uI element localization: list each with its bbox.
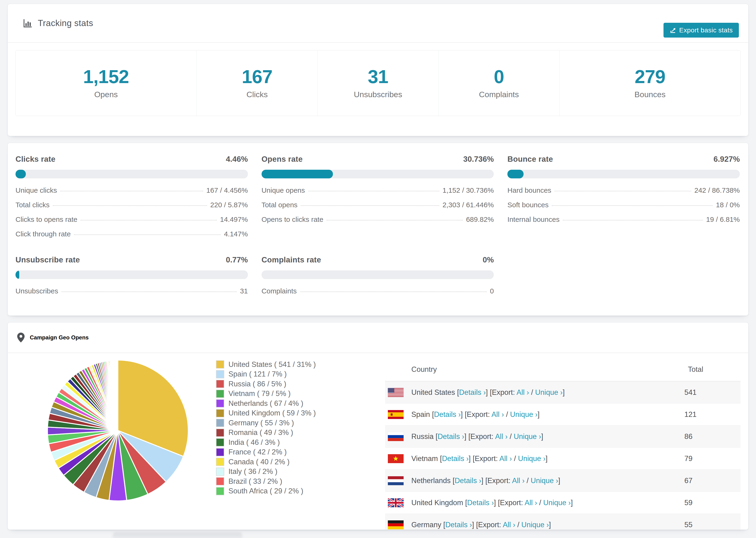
- rate-title: Clicks rate: [16, 155, 55, 164]
- legend-label: Netherlands ( 67 / 4% ): [229, 399, 303, 408]
- dotted-leader: [62, 292, 237, 292]
- stat-label: Opens: [94, 90, 118, 99]
- legend-swatch: [216, 390, 224, 398]
- legend-label: Italy ( 36 / 2% ): [229, 467, 277, 476]
- export-unique-link[interactable]: Unique ›: [543, 499, 571, 507]
- legend-item-india[interactable]: India ( 46 / 3% ): [216, 438, 316, 447]
- detail-label: Unique opens: [261, 187, 305, 194]
- rate-block-opens-rate: Opens rate30.736%Unique opens1,152 / 30.…: [261, 155, 494, 241]
- tracking-stats-title: Tracking stats: [38, 18, 93, 28]
- legend-swatch: [216, 370, 224, 378]
- legend-label: Spain ( 121 / 7% ): [229, 370, 287, 378]
- geo-body: United States ( 541 / 31% )Spain ( 121 /…: [8, 353, 748, 529]
- export-all-link[interactable]: All ›: [524, 499, 537, 507]
- stat-label: Unsubscribes: [354, 90, 402, 99]
- export-all-link[interactable]: All ›: [495, 432, 508, 441]
- details-link[interactable]: Details ›: [445, 521, 472, 529]
- total-cell: 55: [684, 521, 731, 529]
- stat-clicks: 167Clicks: [197, 50, 318, 116]
- rate-title: Bounce rate: [507, 155, 553, 164]
- legend-item-spain[interactable]: Spain ( 121 / 7% ): [216, 369, 316, 379]
- details-link[interactable]: Details ›: [442, 455, 469, 463]
- legend-item-south-africa[interactable]: South Africa ( 29 / 2% ): [216, 486, 316, 496]
- legend-item-canada[interactable]: Canada ( 40 / 2% ): [216, 457, 316, 467]
- dotted-leader: [308, 191, 439, 191]
- legend-item-russia[interactable]: Russia ( 86 / 5% ): [216, 379, 316, 389]
- total-cell: 79: [684, 455, 731, 463]
- rate-progress-bar: [261, 270, 494, 279]
- geo-table-row-united-kingdom: United Kingdom [Details ›] [Export: All …: [385, 492, 740, 514]
- detail-value: 0: [490, 287, 494, 295]
- rate-detail-row: Internal bounces19 / 6.81%: [507, 212, 740, 227]
- stat-value: 0: [494, 67, 504, 86]
- legend-item-united-kingdom[interactable]: United Kingdom ( 59 / 3% ): [216, 408, 316, 418]
- legend-item-vietnam[interactable]: Vietnam ( 79 / 5% ): [216, 389, 316, 399]
- details-link[interactable]: Details ›: [455, 476, 481, 485]
- details-link[interactable]: Details ›: [434, 410, 461, 418]
- legend-item-netherlands[interactable]: Netherlands ( 67 / 4% ): [216, 399, 316, 408]
- export-unique-link[interactable]: Unique ›: [521, 521, 549, 529]
- tracking-stats-card: Tracking stats Export basic stats 1,152O…: [8, 4, 748, 136]
- export-unique-link[interactable]: Unique ›: [535, 388, 563, 397]
- stat-value: 1,152: [83, 67, 129, 86]
- rate-title: Unsubscribe rate: [16, 255, 80, 264]
- geo-table-row-united-states: United States [Details ›] [Export: All ›…: [385, 381, 740, 404]
- es-flag-icon: [388, 410, 404, 419]
- export-unique-link[interactable]: Unique ›: [531, 476, 558, 485]
- stat-opens: 1,152Opens: [16, 50, 197, 116]
- legend-swatch: [216, 438, 224, 447]
- stat-label: Complaints: [479, 90, 519, 99]
- rate-block-clicks-rate: Clicks rate4.46%Unique clicks167 / 4.456…: [16, 155, 248, 241]
- detail-value: 4.147%: [224, 230, 248, 238]
- geo-table-row-vietnam: Vietnam [Details ›] [Export: All › / Uni…: [385, 448, 740, 470]
- legend-swatch: [216, 409, 224, 417]
- export-all-link[interactable]: All ›: [491, 410, 504, 418]
- detail-label: Hard bounces: [507, 187, 551, 194]
- legend-item-italy[interactable]: Italy ( 36 / 2% ): [216, 467, 316, 477]
- export-all-link[interactable]: All ›: [499, 455, 512, 463]
- dotted-leader: [60, 191, 203, 191]
- legend-swatch: [216, 477, 224, 485]
- legend-swatch: [216, 448, 224, 456]
- rate-block-unsubscribe-rate: Unsubscribe rate0.77%Unsubscribes31: [16, 255, 248, 298]
- geo-table-row-spain: Spain [Details ›] [Export: All › / Uniqu…: [385, 404, 740, 426]
- total-cell: 67: [684, 476, 731, 485]
- export-all-link[interactable]: All ›: [503, 521, 515, 529]
- geo-table-header: Country Total: [385, 358, 740, 381]
- details-link[interactable]: Details ›: [459, 388, 486, 397]
- total-cell: 59: [684, 499, 731, 507]
- rate-title: Opens rate: [261, 155, 303, 164]
- legend-item-germany[interactable]: Germany ( 55 / 3% ): [216, 418, 316, 428]
- dotted-leader: [81, 220, 217, 220]
- column-header-country: Country: [411, 365, 688, 374]
- rate-progress-bar: [16, 170, 248, 178]
- legend-item-brazil[interactable]: Brazil ( 33 / 2% ): [216, 476, 316, 486]
- export-unique-link[interactable]: Unique ›: [514, 432, 541, 441]
- dotted-leader: [552, 205, 713, 206]
- details-link[interactable]: Details ›: [467, 499, 494, 507]
- dotted-leader: [563, 220, 703, 220]
- legend-swatch: [216, 360, 224, 368]
- rate-progress-bar: [261, 170, 494, 178]
- rate-detail-row: Unsubscribes31: [16, 284, 248, 298]
- rate-detail-row: Clicks to opens rate14.497%: [16, 212, 248, 227]
- detail-value: 220 / 5.87%: [210, 201, 248, 209]
- detail-label: Internal bounces: [507, 215, 560, 224]
- legend-item-romania[interactable]: Romania ( 49 / 3% ): [216, 428, 316, 438]
- export-unique-link[interactable]: Unique ›: [510, 410, 537, 418]
- gb-flag-icon: [388, 498, 404, 507]
- pie-slice-other[interactable]: [118, 360, 118, 430]
- de-flag-icon: [388, 520, 404, 529]
- campaign-geo-opens-card: Campaign Geo Opens United States ( 541 /…: [8, 322, 748, 530]
- legend-item-france[interactable]: France ( 42 / 2% ): [216, 447, 316, 457]
- rate-detail-row: Hard bounces242 / 86.738%: [507, 183, 740, 198]
- details-link[interactable]: Details ›: [438, 432, 464, 441]
- rate-value: 6.927%: [714, 155, 740, 164]
- export-all-link[interactable]: All ›: [512, 476, 524, 485]
- rate-detail-row: Unique clicks167 / 4.456%: [16, 183, 248, 198]
- map-pin-icon: [17, 333, 25, 343]
- export-unique-link[interactable]: Unique ›: [518, 455, 545, 463]
- export-all-link[interactable]: All ›: [516, 388, 529, 397]
- export-basic-stats-button[interactable]: Export basic stats: [664, 23, 739, 37]
- legend-item-united-states[interactable]: United States ( 541 / 31% ): [216, 360, 316, 369]
